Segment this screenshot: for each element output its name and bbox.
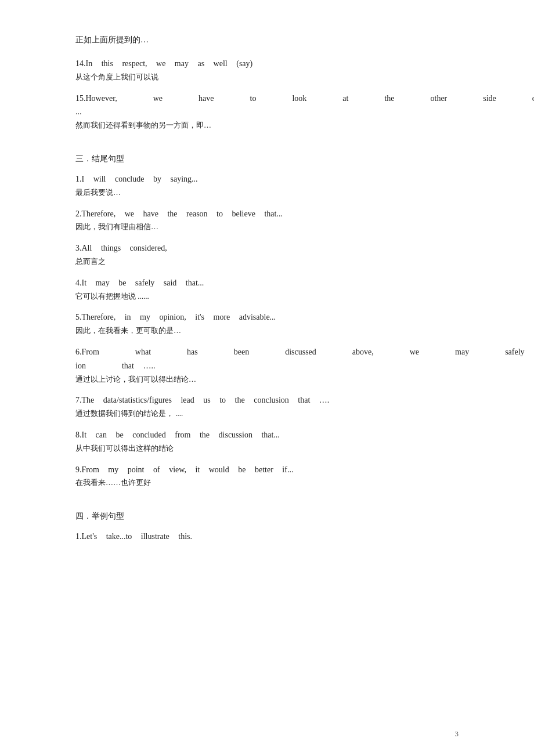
section3-entry-4: 4.It may be safely said that... 它可以有把握地说…	[75, 276, 459, 303]
section3-entry-1: 1.I will conclude by saying... 最后我要说…	[75, 172, 459, 199]
section3-entry-6: 6.From what has been discussed above, we…	[75, 345, 459, 385]
entry-14-chinese: 从这个角度上我们可以说	[75, 71, 459, 84]
page-number: 3	[455, 729, 459, 739]
section3-entry-2-chinese: 因此，我们有理由相信…	[75, 221, 459, 233]
section4-entry-1-english: 1.Let's take...to illustrate this.	[75, 530, 459, 544]
section3-entry-4-chinese: 它可以有把握地说 ......	[75, 291, 459, 303]
entry-15-english: 15.However, we have to look at the other…	[75, 92, 459, 120]
section-4: 四．举例句型 1.Let's take...to illustrate this…	[75, 511, 459, 544]
entry-15-chinese: 然而我们还得看到事物的另一方面，即…	[75, 120, 459, 132]
section3-entry-2: 2.Therefore, we have the reason to belie…	[75, 207, 459, 234]
section3-entry-3-chinese: 总而言之	[75, 256, 459, 268]
section-4-heading: 四．举例句型	[75, 511, 459, 522]
section3-entry-5: 5.Therefore, in my opinion, it's more ad…	[75, 310, 459, 337]
section3-entry-2-english: 2.Therefore, we have the reason to belie…	[75, 207, 459, 221]
section3-entry-3: 3.All things considered, 总而言之	[75, 241, 459, 268]
section4-entry-1: 1.Let's take...to illustrate this.	[75, 530, 459, 544]
section3-entry-8-english: 8.It can be concluded from the discussio…	[75, 428, 459, 442]
section3-entry-5-chinese: 因此，在我看来，更可取的是…	[75, 325, 459, 337]
section3-entry-6-chinese: 通过以上讨论，我们可以得出结论…	[75, 374, 459, 386]
entry-14-english: 14.In this respect, we may as well (say)	[75, 57, 459, 71]
section3-entry-7-english: 7.The data/statistics/figures lead us to…	[75, 393, 459, 407]
section3-entry-9-english: 9.From my point of view, it would be bet…	[75, 463, 459, 477]
section3-entry-9: 9.From my point of view, it would be bet…	[75, 463, 459, 490]
intro-text: 正如上面所提到的…	[75, 35, 459, 45]
section3-entry-1-chinese: 最后我要说…	[75, 187, 459, 199]
section-3-heading: 三．结尾句型	[75, 154, 459, 164]
section3-entry-5-english: 5.Therefore, in my opinion, it's more ad…	[75, 310, 459, 324]
section3-entry-3-english: 3.All things considered,	[75, 241, 459, 255]
section3-entry-8-chinese: 从中我们可以得出这样的结论	[75, 443, 459, 455]
section3-entry-7-chinese: 通过数据我们得到的结论是， ....	[75, 408, 459, 420]
section3-entry-6-english: 6.From what has been discussed above, we…	[75, 345, 459, 373]
entry-14: 14.In this respect, we may as well (say)…	[75, 57, 459, 84]
section-3: 三．结尾句型 1.I will conclude by saying... 最后…	[75, 154, 459, 489]
section3-entry-8: 8.It can be concluded from the discussio…	[75, 428, 459, 455]
section3-entry-1-english: 1.I will conclude by saying...	[75, 172, 459, 186]
entry-15: 15.However, we have to look at the other…	[75, 92, 459, 132]
section3-entry-7: 7.The data/statistics/figures lead us to…	[75, 393, 459, 420]
continued-section: 14.In this respect, we may as well (say)…	[75, 57, 459, 132]
section3-entry-4-english: 4.It may be safely said that...	[75, 276, 459, 290]
section3-entry-9-chinese: 在我看来……也许更好	[75, 477, 459, 489]
